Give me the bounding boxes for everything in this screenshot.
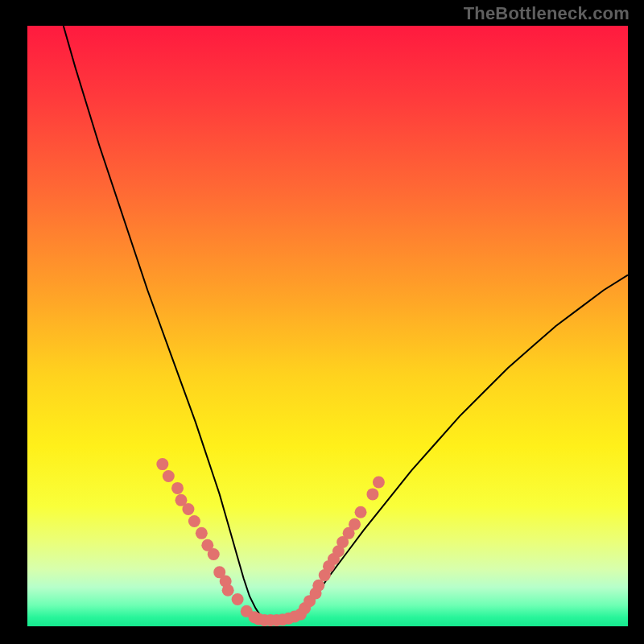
highlight-dot	[366, 488, 378, 500]
highlight-dot	[156, 458, 168, 470]
highlight-dot	[373, 476, 385, 488]
highlight-dot	[355, 506, 367, 518]
bottleneck-chart	[0, 0, 644, 644]
highlight-dot	[182, 503, 194, 515]
highlight-dot	[222, 584, 234, 597]
highlight-dot	[312, 580, 324, 592]
highlight-dot	[349, 518, 361, 530]
highlight-dot	[163, 470, 175, 482]
highlight-dot	[188, 515, 200, 527]
highlight-dot	[208, 548, 220, 560]
highlight-dot	[196, 527, 208, 539]
highlight-dot	[171, 482, 184, 494]
chart-frame: TheBottleneck.com	[0, 0, 644, 644]
watermark-text: TheBottleneck.com	[464, 3, 630, 24]
plot-background	[27, 26, 628, 626]
highlight-dot	[232, 593, 244, 605]
